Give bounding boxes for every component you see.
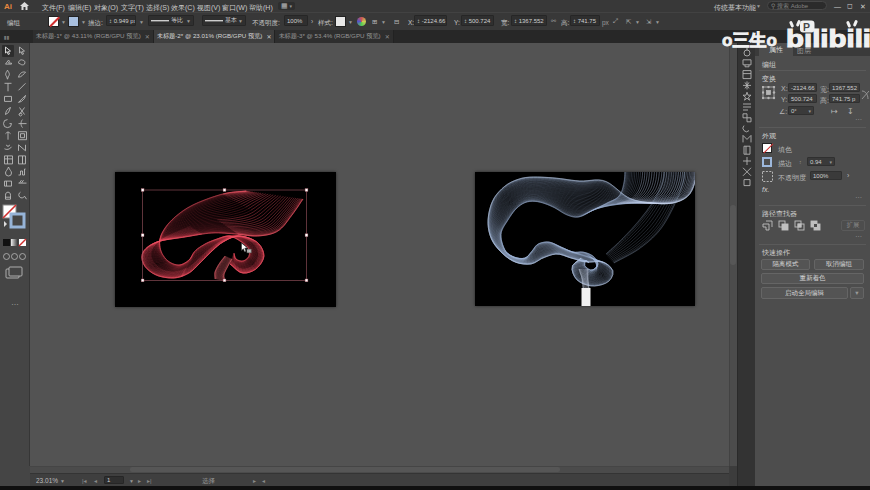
svg-text:…: … xyxy=(11,298,19,307)
svg-text:bilibili: bilibili xyxy=(786,25,870,52)
